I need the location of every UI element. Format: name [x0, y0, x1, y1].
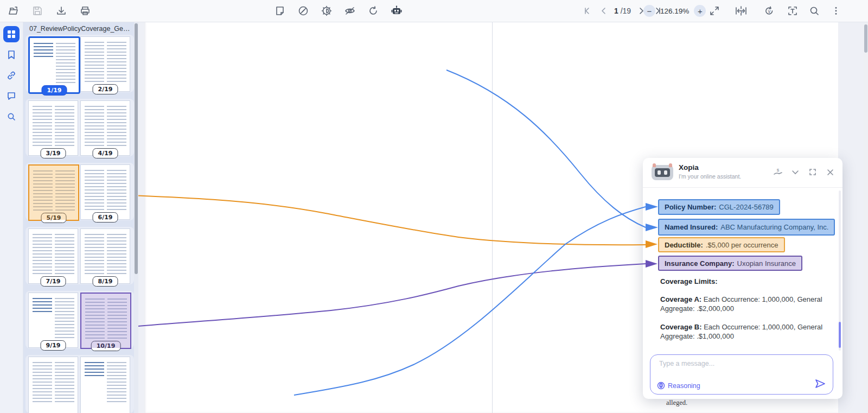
svg-text:$: $ — [777, 168, 780, 173]
zoom-level[interactable]: 126.19% — [660, 7, 689, 15]
search-icon[interactable] — [808, 5, 820, 17]
save-icon[interactable] — [31, 5, 43, 17]
chip-named-insured[interactable]: Named Insured:ABC Manufacturing Company,… — [658, 219, 835, 236]
expand-icon[interactable] — [808, 167, 818, 177]
file-actions-group — [8, 0, 91, 22]
chat-scrollbar-thumb[interactable] — [839, 322, 841, 348]
thumbnail-page-10[interactable]: 10/19 — [80, 293, 131, 349]
thumbnail-page-8[interactable]: 8/19 — [80, 228, 130, 284]
chip-insurance-company[interactable]: Insurance Company:Uxopian Insurance — [658, 256, 802, 271]
download-icon[interactable] — [55, 5, 67, 17]
first-page-icon[interactable] — [582, 5, 593, 17]
chat-input-container: Reasoning — [650, 354, 833, 395]
ai-assistant-icon[interactable] — [391, 5, 403, 17]
send-button[interactable] — [814, 378, 826, 390]
hide-annotations-icon[interactable] — [344, 5, 356, 17]
message-input[interactable] — [658, 359, 818, 368]
chat-header: Xopia I'm your online assistant. $ — [643, 158, 843, 188]
assistant-subtitle: I'm your online assistant. — [679, 173, 741, 180]
thumbnail-page-11[interactable] — [28, 357, 78, 413]
chip-policy-number[interactable]: Policy Number:CGL-2024-56789 — [658, 199, 780, 215]
page-divider — [492, 22, 493, 413]
more-menu-icon[interactable] — [830, 5, 842, 17]
zoom-group: − 126.19% + — [643, 0, 706, 22]
thumbnail-page-5[interactable]: 5/19 — [28, 164, 79, 221]
left-icon-rail — [0, 22, 23, 413]
reasoning-icon — [657, 382, 665, 390]
reasoning-toggle[interactable]: Reasoning — [657, 382, 700, 390]
sidebar-item-comments[interactable] — [3, 88, 20, 104]
thumbnail-panel: 07_ReviewPolicyCoverage_General... 1/19 … — [23, 22, 138, 413]
thumbnail-page-7[interactable]: 7/19 — [28, 228, 78, 284]
thumbnail-page-9[interactable]: 9/19 — [28, 293, 78, 348]
coverage-a-line: Coverage A: Each Occurrence: 1,000,000, … — [660, 295, 823, 313]
thumbnail-page-1[interactable]: 1/19 — [28, 36, 80, 94]
doc-stray-fragment: alleged. — [666, 399, 687, 407]
collapse-chevron-icon[interactable] — [790, 167, 800, 177]
assistant-avatar — [652, 165, 673, 180]
layout-tools-group: ∨ ∨ — [709, 0, 842, 22]
document-scrollbar — [864, 22, 868, 413]
print-icon[interactable] — [79, 5, 91, 17]
rotate-icon[interactable]: ∨ — [758, 5, 777, 17]
fit-width-icon[interactable]: ∨ — [730, 5, 749, 17]
sidebar-item-search[interactable] — [3, 109, 20, 125]
refresh-icon[interactable] — [367, 5, 379, 17]
zoom-in-button[interactable]: + — [694, 5, 706, 17]
thumbnail-scrollbar — [134, 22, 138, 413]
chat-assistant-panel: Xopia I'm your online assistant. $ Polic… — [643, 158, 843, 399]
fullscreen-icon[interactable] — [709, 5, 720, 17]
sidebar-item-thumbnails[interactable] — [3, 26, 20, 42]
coverage-b-line: Coverage B: Each Occurrence: 1,000,000, … — [660, 322, 823, 341]
close-icon[interactable] — [825, 167, 835, 177]
thumbnail-page-6[interactable]: 6/19 — [80, 164, 130, 220]
top-toolbar: 1 /19 − 126.19% + ∨ ∨ — [0, 0, 868, 22]
view-tools-group — [274, 0, 403, 22]
annotate-disabled-icon[interactable] — [297, 5, 309, 17]
thumbnail-page-2[interactable]: 2/19 — [80, 36, 130, 92]
document-scrollbar-thumb[interactable] — [864, 24, 867, 53]
text-select-icon[interactable] — [787, 5, 799, 17]
zoom-out-button[interactable]: − — [643, 5, 655, 17]
sidebar-item-links[interactable] — [3, 67, 20, 84]
note-icon[interactable] — [274, 5, 286, 17]
thumbnail-page-12[interactable] — [80, 357, 130, 413]
prev-page-icon[interactable] — [598, 5, 610, 17]
thumbnail-page-3[interactable]: 3/19 — [28, 100, 78, 156]
chat-scrollbar — [839, 190, 841, 351]
chip-deductible[interactable]: Deductible:.$5,000 per occurrence — [658, 237, 785, 252]
brightness-icon[interactable] — [321, 5, 333, 17]
open-file-icon[interactable] — [8, 5, 20, 17]
thumbnail-page-4[interactable]: 4/19 — [80, 100, 130, 156]
tip-dollar-icon[interactable]: $ — [773, 167, 783, 177]
page-indicator[interactable]: 1 /19 — [614, 7, 631, 15]
coverage-limits-heading: Coverage Limits: — [660, 277, 823, 286]
document-filename: 07_ReviewPolicyCoverage_General... — [29, 25, 133, 33]
sidebar-item-bookmarks[interactable] — [3, 47, 20, 63]
assistant-name: Xopia — [679, 163, 699, 171]
thumbnail-scrollbar-thumb[interactable] — [135, 23, 138, 274]
